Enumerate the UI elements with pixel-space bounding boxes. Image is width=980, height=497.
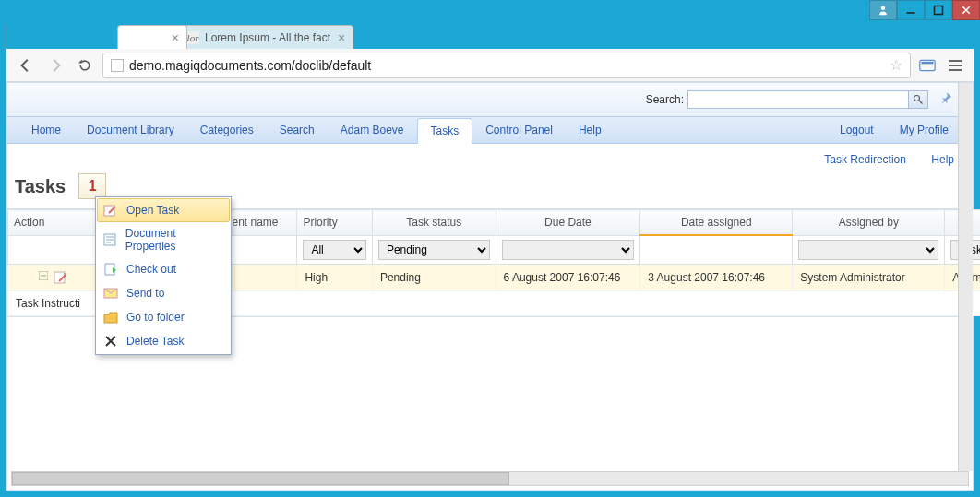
app-root: Search: Home Document Library Categories… (6, 82, 974, 491)
ctx-open-task[interactable]: Open Task (97, 198, 230, 222)
favicon-icon: lor (186, 31, 199, 44)
compat-view-icon[interactable] (916, 54, 938, 77)
open-task-icon (102, 203, 119, 218)
ctx-delete-task[interactable]: Delete Task (97, 329, 230, 353)
task-count-badge: 1 (78, 173, 106, 199)
filter-status[interactable]: Pending (378, 240, 490, 260)
browser-toolbar: ☆ (6, 49, 974, 82)
filter-due[interactable] (502, 240, 635, 260)
bookmark-star-icon[interactable]: ☆ (890, 56, 902, 74)
nav-myprofile[interactable]: My Profile (887, 118, 962, 142)
col-assigned[interactable]: Date assigned (640, 210, 793, 236)
browser-tab-lorem[interactable]: lor Lorem Ipsum - All the fact × (176, 25, 353, 49)
svg-rect-3 (921, 61, 933, 63)
nav-user[interactable]: Adam Boeve (328, 118, 417, 142)
pin-icon[interactable] (939, 91, 956, 108)
browser-tab-active[interactable]: × (117, 25, 187, 49)
scroll-thumb[interactable] (12, 472, 509, 485)
horizontal-scrollbar[interactable] (11, 471, 969, 486)
app-nav: Home Document Library Categories Search … (7, 116, 973, 144)
nav-logout[interactable]: Logout (827, 118, 887, 142)
mail-icon (102, 286, 119, 301)
user-button[interactable] (869, 0, 897, 20)
ctx-go-to-folder[interactable]: Go to folder (97, 305, 230, 329)
back-button[interactable] (14, 53, 38, 77)
nav-tasks[interactable]: Tasks (417, 118, 473, 144)
col-by[interactable]: Assigned by (793, 210, 945, 236)
app-search-bar: Search: (7, 83, 973, 116)
col-status[interactable]: Task status (372, 210, 496, 236)
maximize-button[interactable] (925, 0, 952, 20)
filter-priority[interactable]: All (303, 240, 365, 260)
context-menu: Open Task Document Properties Check out … (95, 196, 232, 355)
cell-due: 6 August 2007 16:07:46 (496, 264, 640, 290)
hamburger-menu-icon[interactable] (944, 54, 966, 77)
close-icon[interactable]: × (172, 31, 179, 44)
content: Task Redirection Help Tasks 1 Action (7, 144, 973, 490)
close-icon[interactable]: × (338, 31, 345, 44)
page-title: Tasks (15, 176, 66, 197)
svg-rect-0 (907, 12, 915, 14)
svg-rect-9 (104, 206, 114, 216)
col-due[interactable]: Due Date (496, 210, 640, 236)
nav-help[interactable]: Help (566, 118, 615, 142)
nav-doclib[interactable]: Document Library (74, 118, 187, 142)
close-button[interactable] (952, 0, 980, 20)
search-label: Search: (646, 93, 684, 106)
browser-window: × lor Lorem Ipsum - All the fact × ☆ Sea… (6, 24, 974, 491)
minimize-button[interactable] (897, 0, 925, 20)
nav-categories[interactable]: Categories (187, 118, 267, 142)
filter-by[interactable] (798, 240, 938, 260)
ctx-doc-properties[interactable]: Document Properties (97, 222, 230, 257)
delete-icon (102, 334, 119, 349)
col-action[interactable]: Action (8, 210, 97, 236)
folder-icon (102, 310, 119, 325)
url-input[interactable] (129, 58, 890, 73)
cell-assigned: 3 August 2007 16:07:46 (640, 264, 793, 290)
window-titlebar (0, 0, 980, 24)
browser-tabstrip: × lor Lorem Ipsum - All the fact × (6, 24, 974, 49)
col-priority[interactable]: Priority (297, 210, 372, 236)
nav-home[interactable]: Home (18, 118, 74, 142)
cell-priority: High (297, 264, 372, 290)
cell-status: Pending (372, 264, 496, 290)
search-go-button[interactable] (908, 90, 928, 109)
reload-button[interactable] (73, 53, 97, 77)
link-task-redirection[interactable]: Task Redirection (824, 153, 906, 166)
instr-value: ce (191, 290, 980, 315)
properties-icon (102, 232, 118, 247)
svg-rect-1 (935, 6, 943, 15)
forward-button[interactable] (43, 53, 67, 77)
tab-title: Lorem Ipsum - All the fact (205, 31, 330, 44)
cell-by: System Administrator (793, 264, 945, 290)
edit-task-icon[interactable] (54, 270, 68, 285)
collapse-icon[interactable] (36, 270, 51, 285)
nav-controlpanel[interactable]: Control Panel (472, 118, 566, 142)
vertical-scrollbar[interactable] (958, 83, 973, 471)
address-bar[interactable]: ☆ (102, 53, 911, 78)
checkout-icon (102, 262, 119, 277)
ctx-check-out[interactable]: Check out (97, 257, 230, 281)
page-icon (111, 59, 124, 72)
nav-search[interactable]: Search (267, 118, 328, 142)
link-help[interactable]: Help (931, 153, 954, 166)
sub-links: Task Redirection Help (7, 151, 973, 170)
search-input[interactable] (687, 90, 909, 109)
svg-point-4 (914, 96, 920, 101)
ctx-send-to[interactable]: Send to (97, 281, 230, 305)
